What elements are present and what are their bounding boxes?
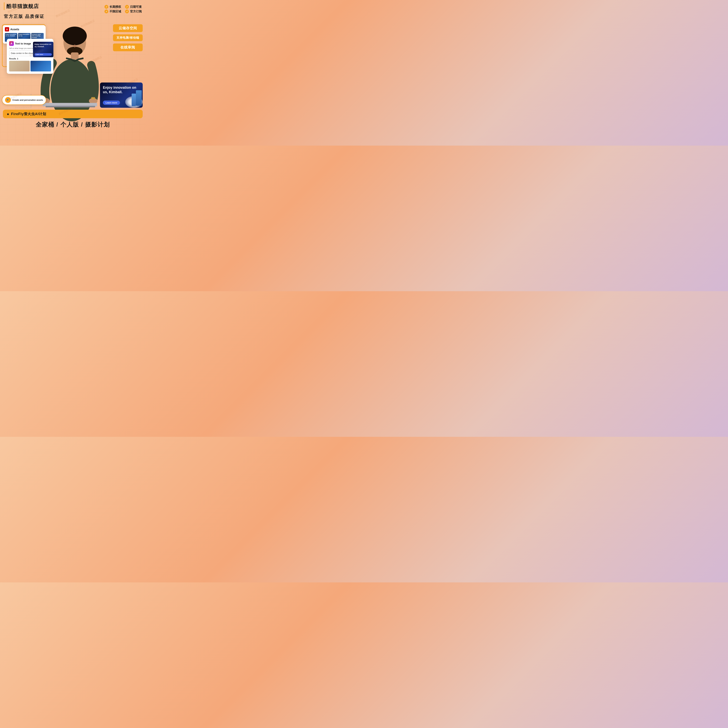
badge-label-2: 日期可查 bbox=[130, 5, 142, 9]
result-img-2 bbox=[31, 61, 51, 72]
svg-point-6 bbox=[74, 44, 76, 47]
innov-large-text: Enjoy innovation on us, Kimball. bbox=[103, 86, 140, 95]
right-feature-labels: 云储存空间 支持电脑/移动端 在线审阅 bbox=[113, 24, 143, 51]
badge-date: ✓ 日期可查 bbox=[125, 5, 142, 9]
svg-text:🎭: 🎭 bbox=[7, 98, 9, 101]
tti-title: Text to image bbox=[15, 42, 31, 45]
tti-icon: A bbox=[9, 41, 14, 46]
bullet-point: ● bbox=[7, 112, 9, 116]
assets-card-title: Assets bbox=[10, 28, 19, 31]
label-cloud-storage: 云储存空间 bbox=[113, 24, 143, 32]
check-icon-3: ✓ bbox=[104, 9, 108, 14]
innovation-mini-card: Enjoy innovation on us, Kimball. Learn m… bbox=[33, 42, 54, 57]
check-icon-2: ✓ bbox=[125, 5, 129, 9]
badge-region: ✓ 不限区域 bbox=[104, 9, 121, 14]
label-device-support: 支持电脑/移动端 bbox=[113, 34, 143, 41]
innov-large-button[interactable]: Learn more bbox=[103, 101, 120, 105]
svg-point-4 bbox=[70, 41, 73, 44]
firefly-banner: ● FireFly萤火虫AI计划 bbox=[3, 110, 143, 118]
tti-results-label: Results ℹ bbox=[9, 58, 51, 60]
page-subtitle: 官方正版 品质保证 bbox=[4, 14, 44, 20]
store-header: 酷菲猫旗舰店 bbox=[4, 2, 39, 10]
check-icon-1: ✓ bbox=[104, 5, 108, 9]
svg-point-5 bbox=[77, 41, 80, 44]
assets-card-header: A Assets bbox=[5, 27, 44, 31]
plan-text: 全家桶 / 个人版 / 摄影计划 bbox=[0, 119, 145, 131]
assets-icon: A bbox=[5, 27, 9, 31]
innov-building-2 bbox=[132, 93, 136, 106]
feature-badges: ✓ 长期授权 ✓ 日期可查 ✓ 不限区域 ✓ 官方订阅 bbox=[104, 5, 142, 14]
tti-results: Enjoy innovation on us, Kimball. Learn m… bbox=[9, 61, 51, 72]
svg-rect-9 bbox=[91, 97, 95, 99]
innovation-large-card: Enjoy innovation on us, Kimball. Learn m… bbox=[100, 83, 143, 108]
svg-point-2 bbox=[63, 27, 87, 45]
header-divider bbox=[4, 2, 5, 10]
badge-long-term: ✓ 长期授权 bbox=[104, 5, 121, 9]
innov-mini-text: Enjoy innovation on us, Kimball. bbox=[35, 43, 52, 48]
badge-official: ✓ 官方订阅 bbox=[125, 9, 142, 14]
store-name: 酷菲猫旗舰店 bbox=[6, 3, 39, 10]
result-img-1 bbox=[9, 61, 30, 72]
check-icon-4: ✓ bbox=[125, 9, 129, 14]
create-assets-text: Create and personalize assets bbox=[12, 99, 43, 101]
innov-mini-button[interactable]: Learn more bbox=[35, 53, 52, 56]
innov-tower-decoration bbox=[136, 90, 142, 106]
badge-label-1: 长期授权 bbox=[110, 5, 121, 9]
firefly-label: FireFly萤火虫AI计划 bbox=[11, 112, 46, 116]
create-assets-icon: 🎭 bbox=[5, 97, 11, 103]
bottom-section: ● FireFly萤火虫AI计划 全家桶 / 个人版 / 摄影计划 bbox=[0, 110, 145, 145]
svg-rect-12 bbox=[71, 52, 79, 59]
badge-label-4: 官方订阅 bbox=[130, 10, 142, 14]
badge-label-3: 不限区域 bbox=[110, 10, 121, 14]
create-assets-badge: 🎭 Create and personalize assets bbox=[2, 95, 46, 105]
label-online-review: 在线审阅 bbox=[113, 43, 143, 51]
text-to-image-card: A Text to image Tell us what image you w… bbox=[7, 39, 54, 74]
